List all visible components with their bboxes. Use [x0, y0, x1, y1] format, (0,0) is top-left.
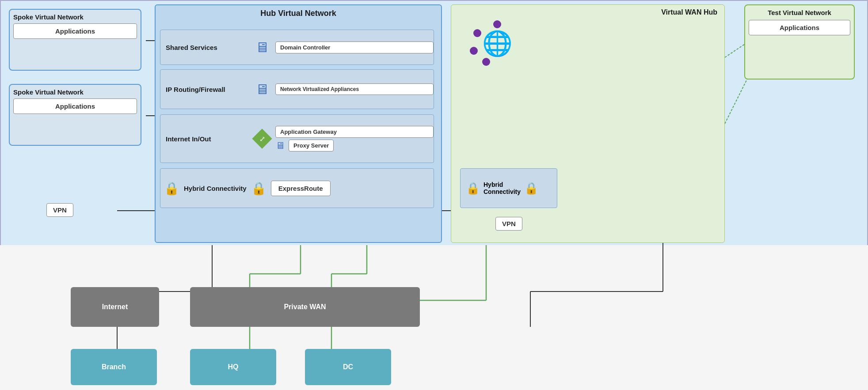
private-wan-label: Private WAN — [284, 303, 326, 311]
internet-box: Internet — [71, 287, 159, 327]
wan-hybrid-row: 🔒 HybridConnectivity 🔒 — [460, 168, 557, 208]
dc-box: DC — [305, 349, 391, 385]
wan-globe-area: 🌐 — [469, 18, 522, 71]
hq-label: HQ — [228, 363, 239, 371]
internet-inout-label: Internet In/Out — [160, 135, 249, 143]
hybrid-connectivity-label: Hybrid Connectivity — [184, 185, 247, 192]
vpn-left-label: VPN — [53, 206, 67, 214]
hub-row-hybrid: 🔒 Hybrid Connectivity 🔒 ExpressRoute — [160, 168, 434, 208]
spoke-vnet-1-app: Applications — [13, 23, 137, 39]
globe-icon: 🌐 — [482, 29, 513, 58]
purple-dot-1 — [493, 20, 501, 28]
internet-inout-items: Application Gateway 🖥 Proxy Server — [275, 123, 434, 154]
shared-services-icon: 🖥 — [249, 39, 275, 56]
ip-routing-icon: 🖥 — [249, 81, 275, 98]
spoke-vnet-2-title: Spoke Virtual Network — [13, 88, 137, 96]
hq-box: HQ — [190, 349, 276, 385]
vpn-left-box: VPN — [46, 203, 73, 217]
hub-row-internet: Internet In/Out ⤢ Application Gateway 🖥 … — [160, 114, 434, 163]
ip-routing-label: IP Routing/Firewall — [160, 86, 249, 93]
spoke-vnet-2: Spoke Virtual Network Applications — [9, 84, 141, 146]
domain-controller-box: Domain Controller — [275, 42, 434, 53]
hub-vnet-title: Hub Virtual Network — [156, 5, 441, 20]
wan-hub-area: Virtual WAN Hub 🌐 🔒 HybridConnectivity 🔒… — [451, 4, 725, 243]
private-wan-box: Private WAN — [190, 287, 420, 327]
hybrid-lock-icon-1: 🔒 — [164, 181, 179, 196]
wan-hub-title: Virtual WAN Hub — [451, 5, 724, 16]
application-gateway-box: Application Gateway — [275, 126, 434, 138]
spoke-vnet-2-app: Applications — [13, 98, 137, 114]
purple-dot-2 — [473, 29, 481, 37]
expressroute-box: ExpressRoute — [271, 181, 331, 196]
hub-row-ip-routing: IP Routing/Firewall 🖥 Network Virtualize… — [160, 69, 434, 109]
spoke-vnet-1: Spoke Virtual Network Applications — [9, 9, 141, 71]
shared-services-label: Shared Services — [160, 44, 249, 51]
test-vnet: Test Virtual Network Applications — [744, 4, 855, 80]
proxy-server-box: Proxy Server — [289, 140, 334, 151]
hub-vnet: Hub Virtual Network Shared Services 🖥 Do… — [155, 4, 442, 243]
wan-vpn-label: VPN — [502, 220, 516, 227]
internet-label: Internet — [102, 303, 128, 311]
ip-routing-items: Network Virtualized Appliances — [275, 81, 434, 98]
shared-services-items: Domain Controller — [275, 39, 434, 56]
branch-label: Branch — [102, 363, 126, 371]
wan-hybrid-lock-2: 🔒 — [524, 182, 538, 195]
test-vnet-app: Applications — [749, 20, 850, 35]
purple-dot-4 — [482, 58, 490, 66]
internet-inout-icon: ⤢ — [249, 129, 275, 149]
wan-hybrid-label-text: HybridConnectivity — [483, 181, 521, 195]
test-vnet-title: Test Virtual Network — [749, 9, 850, 16]
wan-hybrid-lock-1: 🔒 — [466, 182, 480, 195]
network-virtualized-box: Network Virtualized Appliances — [275, 83, 434, 95]
dc-label: DC — [343, 363, 353, 371]
spoke-vnet-1-title: Spoke Virtual Network — [13, 13, 137, 21]
hub-row-shared-services: Shared Services 🖥 Domain Controller — [160, 30, 434, 65]
wan-vpn-box: VPN — [495, 217, 522, 231]
hybrid-lock-icon-2: 🔒 — [251, 181, 266, 196]
purple-dot-3 — [470, 47, 478, 55]
branch-box: Branch — [71, 349, 157, 385]
